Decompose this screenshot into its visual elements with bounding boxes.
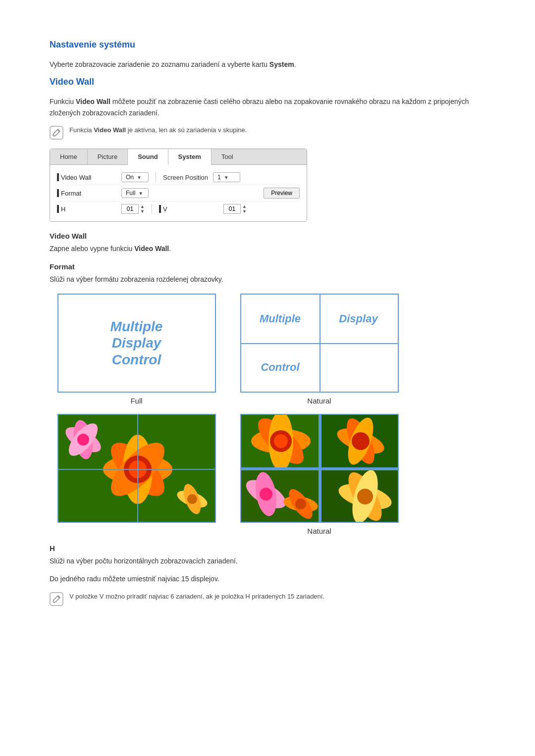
ui-divider-1 [156, 172, 156, 182]
pencil-icon [52, 128, 61, 137]
display-panel-full: MultipleDisplayControl [57, 294, 216, 393]
vw-sub-desc2: . [169, 245, 171, 252]
svg-point-10 [77, 434, 89, 446]
image-cell-natural-flower: Natural [232, 414, 406, 535]
note-icon-1 [50, 126, 63, 140]
note1-text2-val: je aktívna, len ak sú zariadenia v skupi… [128, 126, 247, 134]
note-box-1: Funkcia Video Wall je aktívna, len ak sú… [50, 125, 485, 140]
ui-divider-2 [152, 204, 152, 214]
h-sub-heading: H [50, 544, 485, 553]
main-title: Nastavenie systému [50, 40, 485, 50]
ui-stepper-h[interactable]: ▲ ▼ [140, 204, 145, 214]
vw-intro-bold: Video Wall [76, 98, 110, 105]
video-wall-title: Video Wall [50, 77, 485, 87]
ui-stepper-v[interactable]: ▲ ▼ [242, 204, 247, 214]
ui-number-h: ▲ ▼ [121, 204, 145, 214]
flower-panel-full [57, 414, 216, 523]
svg-point-39 [357, 489, 373, 504]
ui-input-v[interactable] [223, 204, 241, 214]
ui-dropdown-videowall-value: On [126, 174, 134, 181]
ui-stepper-v-down[interactable]: ▼ [242, 209, 247, 214]
ui-dropdown-position-value: 1 [217, 174, 221, 181]
intro-text: Vyberte zobrazovacie zariadenie zo zozna… [50, 60, 268, 68]
vw-sub-desc-bold: Video Wall [134, 245, 169, 252]
ui-select-format: Full ▼ [121, 188, 149, 198]
intro-bold: System [269, 60, 294, 68]
intro-paragraph: Vyberte zobrazovacie zariadenie zo zozna… [50, 59, 485, 70]
h-desc2: Do jedného radu môžete umiestniť najviac… [50, 573, 485, 584]
ui-dropdown-videowall[interactable]: On ▼ [121, 172, 149, 182]
ui-stepper-h-down[interactable]: ▼ [140, 209, 145, 214]
display-panel-natural: Multiple Display Control [240, 294, 399, 393]
ui-label-h: H [57, 205, 116, 213]
ui-label-format-text: Format [61, 190, 81, 197]
tab-sound[interactable]: Sound [128, 149, 168, 165]
intro-period: . [294, 60, 296, 68]
ui-body: Video Wall On ▼ Screen Position 1 ▼ Form… [50, 165, 307, 221]
note-text-1: Funkcia Video Wall je aktívna, len ak sú… [69, 125, 247, 135]
videowall-sub-heading: Video Wall [50, 232, 485, 240]
tab-tool[interactable]: Tool [212, 149, 243, 164]
svg-point-31 [260, 488, 272, 501]
ui-dropdown-format[interactable]: Full ▼ [121, 188, 149, 198]
vw-intro2-text: môžete použiť na zobrazenie časti celého… [50, 98, 469, 116]
svg-point-27 [352, 432, 370, 450]
ui-row-videowall: Video Wall On ▼ Screen Position 1 ▼ [57, 170, 300, 185]
ui-number-v: ▲ ▼ [223, 204, 247, 214]
ui-bar-1 [57, 173, 59, 181]
ui-stepper-h-up[interactable]: ▲ [140, 204, 145, 209]
ui-dropdown-position[interactable]: 1 ▼ [213, 172, 240, 182]
flower-svg-full [58, 415, 216, 523]
ui-label-videowall-text: Video Wall [61, 174, 91, 181]
ui-label-v-text: V [163, 205, 167, 213]
ui-panel: Home Picture Sound System Tool Video Wal… [50, 149, 307, 222]
images-grid: MultipleDisplayControl Full Multiple Dis… [50, 294, 406, 535]
ui-label-h-text: H [61, 205, 65, 213]
note-icon-2 [50, 592, 63, 606]
ui-label-videowall: Video Wall [57, 173, 116, 181]
format-sub-heading: Format [50, 262, 485, 271]
ui-row-format: Format Full ▼ Preview [57, 185, 300, 202]
pencil-icon-2 [52, 595, 61, 604]
label-natural-2: Natural [307, 527, 331, 535]
flower-panel-natural [240, 414, 399, 523]
video-wall-intro-paragraph: Funkciu Video Wall môžete použiť na zobr… [50, 96, 485, 118]
ui-label-format: Format [57, 189, 116, 197]
note1-text1: Funkcia [69, 126, 92, 134]
ui-dropdown-arrow-1: ▼ [137, 175, 142, 180]
note1-bold: Video Wall [94, 126, 126, 134]
label-natural: Natural [307, 397, 331, 405]
svg-point-34 [295, 499, 306, 509]
tab-home[interactable]: Home [50, 149, 88, 164]
image-cell-full-flower [50, 414, 223, 535]
label-full: Full [130, 397, 142, 405]
ui-input-h[interactable] [121, 204, 139, 214]
ui-select-videowall: On ▼ [121, 172, 149, 182]
note-box-2: V položke V možno priradiť najviac 6 zar… [50, 592, 485, 606]
image-cell-natural-text: Multiple Display Control Natural [232, 294, 406, 405]
ui-stepper-v-up[interactable]: ▲ [242, 204, 247, 209]
image-cell-full-text: MultipleDisplayControl Full [50, 294, 223, 405]
ui-screen-position-label: Screen Position [163, 174, 208, 181]
vw-intro1: Funkciu [50, 98, 74, 105]
ui-dropdown-arrow-3: ▼ [138, 191, 143, 196]
display-panel-full-text: MultipleDisplayControl [110, 318, 163, 368]
ui-label-v: V [159, 205, 218, 213]
ui-bar-2 [57, 189, 59, 197]
tab-system[interactable]: System [168, 149, 212, 165]
ui-dropdown-arrow-2: ▼ [224, 175, 229, 180]
preview-button[interactable]: Preview [264, 188, 300, 199]
note-text-2: V položke V možno priradiť najviac 6 zar… [69, 592, 324, 602]
ui-row-hv: H ▲ ▼ V ▲ ▼ [57, 202, 300, 216]
flower-svg-natural [241, 415, 399, 523]
ui-bar-3 [57, 205, 59, 213]
svg-rect-41 [241, 467, 399, 470]
h-desc1: Slúži na výber počtu horizontálnych zobr… [50, 555, 485, 566]
vw-sub-desc1: Zapne alebo vypne funkciu [50, 245, 132, 252]
ui-tabs: Home Picture Sound System Tool [50, 149, 307, 165]
tab-picture[interactable]: Picture [88, 149, 128, 164]
ui-bar-4 [159, 205, 161, 213]
svg-point-22 [274, 434, 288, 448]
svg-point-13 [187, 494, 197, 504]
format-desc: Slúži na výber formátu zobrazenia rozdel… [50, 274, 485, 285]
